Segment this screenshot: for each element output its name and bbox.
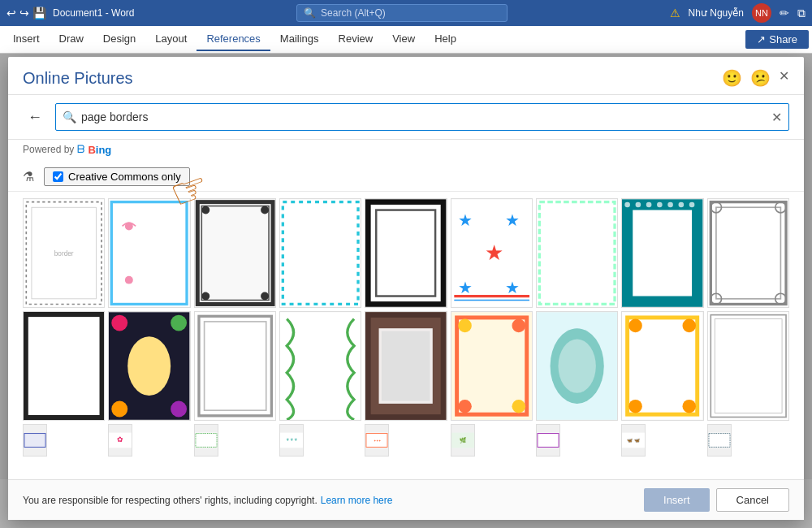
image-thumbnail[interactable] <box>194 311 276 421</box>
svg-point-33 <box>636 202 641 208</box>
image-thumbnail[interactable]: ✦✦✦ <box>365 424 389 457</box>
insert-button[interactable]: Insert <box>644 488 710 512</box>
dialog-overlay: Online Pictures 🙂 😕 ✕ ← 🔍 ✕ Powered by ᗷ… <box>0 54 812 528</box>
image-thumbnail[interactable]: 🌿 <box>451 424 475 457</box>
image-thumbnail[interactable] <box>365 311 447 421</box>
tab-view[interactable]: View <box>382 28 425 51</box>
bing-label: Bing <box>88 144 111 156</box>
images-area: border <box>8 192 804 479</box>
image-thumbnail[interactable] <box>194 198 276 308</box>
svg-point-52 <box>112 401 128 418</box>
image-thumbnail[interactable] <box>194 424 218 457</box>
learn-more-link[interactable]: Learn more here <box>321 495 393 506</box>
tab-design[interactable]: Design <box>93 28 145 51</box>
image-thumbnail[interactable] <box>621 198 703 308</box>
emoji-smile-icon[interactable]: 🙂 <box>722 68 742 88</box>
image-thumbnail[interactable] <box>621 311 703 421</box>
title-search-bar[interactable]: 🔍 Search (Alt+Q) <box>296 4 508 22</box>
image-thumbnail[interactable] <box>279 311 361 421</box>
filter-row: ⚗ Creative Commons only <box>8 162 804 192</box>
tab-review[interactable]: Review <box>329 28 383 51</box>
image-thumbnail[interactable]: 🦋 🦋 <box>621 424 646 457</box>
image-thumbnail[interactable] <box>536 311 618 421</box>
image-thumbnail[interactable] <box>108 311 190 421</box>
warning-icon: ⚠ <box>670 6 680 19</box>
powered-by-row: Powered by ᗷ Bing <box>8 140 804 162</box>
svg-rect-17 <box>365 199 446 306</box>
cc-checkbox-input[interactable] <box>53 171 63 182</box>
tab-insert[interactable]: Insert <box>3 28 50 51</box>
save-button[interactable]: 💾 <box>32 6 46 19</box>
svg-point-14 <box>261 292 269 301</box>
title-bar: ↩ ↪ 💾 Document1 - Word 🔍 Search (Alt+Q) … <box>0 0 812 26</box>
svg-rect-15 <box>280 199 361 306</box>
cancel-button[interactable]: Cancel <box>716 488 789 512</box>
image-thumbnail[interactable] <box>108 198 190 308</box>
image-thumbnail[interactable]: border <box>23 198 105 308</box>
svg-point-36 <box>668 202 674 208</box>
image-thumbnail[interactable] <box>707 311 789 421</box>
svg-point-49 <box>128 336 171 396</box>
undo-button[interactable]: ↩ <box>6 6 16 19</box>
svg-rect-77 <box>708 312 788 419</box>
image-thumbnail[interactable] <box>707 424 732 457</box>
avatar: NN <box>752 3 771 23</box>
tab-mailings[interactable]: Mailings <box>270 28 329 51</box>
back-button[interactable]: ← <box>23 107 47 128</box>
share-button[interactable]: ↗ Share <box>745 30 809 49</box>
pen-button[interactable]: ✏ <box>780 6 789 19</box>
svg-text:★: ★ <box>505 279 520 296</box>
creative-commons-checkbox[interactable]: Creative Commons only <box>44 167 190 186</box>
image-thumbnail[interactable] <box>23 424 47 457</box>
restore-button[interactable]: ⧉ <box>797 6 806 20</box>
svg-point-11 <box>201 206 209 214</box>
image-thumbnail[interactable] <box>23 311 105 421</box>
dialog-header: Online Pictures 🙂 😕 ✕ <box>8 57 804 95</box>
image-thumbnail[interactable]: ★ ★ ★ ★ ★ <box>451 198 533 308</box>
svg-rect-28 <box>537 199 617 306</box>
svg-point-37 <box>679 202 685 208</box>
tab-draw[interactable]: Draw <box>50 28 93 51</box>
image-thumbnail[interactable] <box>536 424 560 457</box>
svg-rect-4 <box>109 199 189 306</box>
svg-point-50 <box>112 315 128 331</box>
search-icon: 🔍 <box>63 110 76 123</box>
tab-references[interactable]: References <box>197 28 270 51</box>
svg-point-66 <box>458 400 472 413</box>
svg-point-73 <box>629 319 643 333</box>
svg-rect-8 <box>195 199 275 306</box>
image-thumbnail[interactable]: ✿ <box>108 424 132 457</box>
filter-icon: ⚗ <box>23 169 34 184</box>
svg-point-32 <box>625 202 631 208</box>
emoji-sad-icon[interactable]: 😕 <box>750 68 771 88</box>
svg-rect-93 <box>537 433 559 448</box>
svg-point-35 <box>657 202 663 208</box>
search-input[interactable] <box>81 110 771 123</box>
svg-text:★: ★ <box>458 279 473 296</box>
svg-text:🦋 🦋: 🦋 🦋 <box>628 437 641 444</box>
title-bar-right: ⚠ Như Nguyễn NN ✏ ⧉ <box>670 3 806 23</box>
svg-text:★: ★ <box>505 211 520 229</box>
image-thumbnail[interactable] <box>707 198 789 308</box>
svg-text:★: ★ <box>485 240 503 265</box>
tab-help[interactable]: Help <box>425 28 466 51</box>
svg-point-34 <box>646 202 652 208</box>
redo-button[interactable]: ↪ <box>19 6 29 19</box>
svg-point-12 <box>261 206 269 214</box>
image-thumbnail[interactable] <box>279 198 361 308</box>
tab-layout[interactable]: Layout <box>145 28 197 51</box>
image-thumbnail[interactable] <box>365 198 447 308</box>
close-icon[interactable]: ✕ <box>779 68 789 88</box>
title-bar-center: 🔍 Search (Alt+Q) <box>296 4 508 22</box>
svg-text:✿: ✿ <box>117 436 123 444</box>
image-thumbnail[interactable]: ⚜ ⚜ ⚜ <box>279 424 304 457</box>
quick-access: ↩ ↪ 💾 <box>6 6 46 19</box>
image-thumbnail[interactable] <box>536 198 618 308</box>
share-icon: ↗ <box>757 33 766 45</box>
clear-search-button[interactable]: ✕ <box>771 110 782 125</box>
image-thumbnail[interactable] <box>451 311 533 421</box>
dialog-title: Online Pictures <box>23 69 133 88</box>
doc-title: Document1 - Word <box>53 7 134 19</box>
svg-point-70 <box>558 340 595 393</box>
svg-rect-61 <box>382 331 430 401</box>
